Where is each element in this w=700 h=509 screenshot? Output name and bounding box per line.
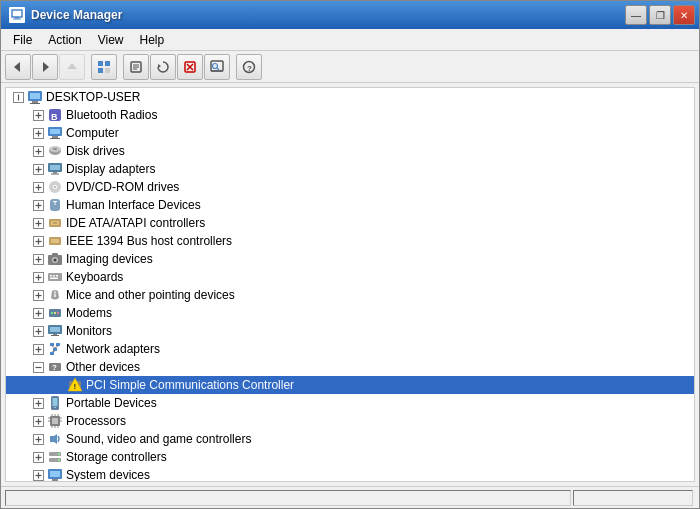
- computer-expand[interactable]: [30, 125, 46, 141]
- svg-rect-133: [53, 398, 58, 406]
- svg-rect-167: [50, 481, 60, 482]
- title-bar: Device Manager — ❐ ✕: [1, 1, 699, 29]
- processors-expand[interactable]: [30, 413, 46, 429]
- back-button[interactable]: [5, 54, 31, 80]
- hid-icon: [47, 197, 63, 213]
- forward-button[interactable]: [32, 54, 58, 80]
- menu-file[interactable]: File: [5, 31, 40, 49]
- tree-item-dvd[interactable]: DVD/CD-ROM drives: [6, 178, 694, 196]
- tree-item-other[interactable]: ? Other devices: [6, 358, 694, 376]
- svg-rect-90: [53, 275, 55, 277]
- monitors-expand[interactable]: [30, 323, 46, 339]
- svg-point-47: [53, 148, 57, 150]
- tree-item-system[interactable]: System devices: [6, 466, 694, 482]
- window-title: Device Manager: [31, 8, 122, 22]
- sound-icon: [47, 431, 63, 447]
- tree-item-ide[interactable]: IDE ATA/ATAPI controllers: [6, 214, 694, 232]
- tree-item-computer[interactable]: Computer: [6, 124, 694, 142]
- status-bar: [1, 486, 699, 508]
- svg-rect-28: [32, 101, 38, 103]
- ieee-label: IEEE 1394 Bus host controllers: [66, 234, 232, 248]
- tree-item-disk[interactable]: Disk drives: [6, 142, 694, 160]
- tree-item-monitors[interactable]: Monitors: [6, 322, 694, 340]
- tree-item-storage[interactable]: Storage controllers: [6, 448, 694, 466]
- scan-button[interactable]: [204, 54, 230, 80]
- properties-button[interactable]: [123, 54, 149, 80]
- ieee-icon: [47, 233, 63, 249]
- ieee-expand[interactable]: [30, 233, 46, 249]
- svg-rect-166: [52, 479, 58, 481]
- device-manager-window: Device Manager — ❐ ✕ File Action View He…: [0, 0, 700, 509]
- storage-icon: [47, 449, 63, 465]
- ide-expand[interactable]: [30, 215, 46, 231]
- imaging-expand[interactable]: [30, 251, 46, 267]
- tree-item-portable[interactable]: Portable Devices: [6, 394, 694, 412]
- disk-icon: [47, 143, 63, 159]
- close-button[interactable]: ✕: [673, 5, 695, 25]
- svg-line-119: [52, 346, 55, 348]
- computer-label: Computer: [66, 126, 119, 140]
- svg-marker-4: [43, 62, 49, 72]
- imaging-label: Imaging devices: [66, 252, 153, 266]
- processors-label: Processors: [66, 414, 126, 428]
- svg-point-97: [54, 295, 56, 297]
- tree-item-bluetooth[interactable]: B Bluetooth Radios: [6, 106, 694, 124]
- help-button[interactable]: ?: [236, 54, 262, 80]
- tree-item-modems[interactable]: Modems: [6, 304, 694, 322]
- menu-help[interactable]: Help: [132, 31, 173, 49]
- network-expand[interactable]: [30, 341, 46, 357]
- title-bar-left: Device Manager: [9, 7, 122, 23]
- up-button[interactable]: [59, 54, 85, 80]
- modems-icon: [47, 305, 63, 321]
- tree-root[interactable]: DESKTOP-USER: [6, 88, 694, 106]
- menu-view[interactable]: View: [90, 31, 132, 49]
- menu-action[interactable]: Action: [40, 31, 89, 49]
- root-expand[interactable]: [10, 89, 26, 105]
- tree-item-keyboards[interactable]: Keyboards: [6, 268, 694, 286]
- tree-item-hid[interactable]: Human Interface Devices: [6, 196, 694, 214]
- bluetooth-label: Bluetooth Radios: [66, 108, 157, 122]
- tree-item-imaging[interactable]: Imaging devices: [6, 250, 694, 268]
- mice-expand[interactable]: [30, 287, 46, 303]
- portable-expand[interactable]: [30, 395, 46, 411]
- device-tree[interactable]: DESKTOP-USER B Blue: [5, 87, 695, 482]
- system-expand[interactable]: [30, 467, 46, 482]
- tree-item-processors[interactable]: Processors: [6, 412, 694, 430]
- disk-expand[interactable]: [30, 143, 46, 159]
- tree-item-ieee[interactable]: IEEE 1394 Bus host controllers: [6, 232, 694, 250]
- svg-rect-52: [50, 165, 60, 170]
- svg-rect-2: [13, 19, 21, 20]
- tree-item-sound[interactable]: Sound, video and game controllers: [6, 430, 694, 448]
- storage-label: Storage controllers: [66, 450, 167, 464]
- tree-item-display[interactable]: Display adapters: [6, 160, 694, 178]
- svg-rect-40: [52, 136, 58, 138]
- svg-rect-115: [50, 343, 54, 346]
- show-hide-button[interactable]: [91, 54, 117, 80]
- display-expand[interactable]: [30, 161, 46, 177]
- storage-expand[interactable]: [30, 449, 46, 465]
- svg-rect-89: [50, 275, 52, 277]
- tree-item-pci[interactable]: ! PCI Simple Communications Controller: [6, 376, 694, 394]
- hid-expand[interactable]: [30, 197, 46, 213]
- svg-point-102: [51, 312, 53, 314]
- tree-item-network[interactable]: Network adapters: [6, 340, 694, 358]
- svg-rect-53: [53, 172, 57, 174]
- restore-button[interactable]: ❐: [649, 5, 671, 25]
- processors-icon: [47, 413, 63, 429]
- sound-expand[interactable]: [30, 431, 46, 447]
- keyboards-expand[interactable]: [30, 269, 46, 285]
- main-content: DESKTOP-USER B Blue: [1, 83, 699, 486]
- minimize-button[interactable]: —: [625, 5, 647, 25]
- uninstall-button[interactable]: [177, 54, 203, 80]
- bluetooth-expand[interactable]: [30, 107, 46, 123]
- svg-rect-88: [48, 273, 62, 281]
- modems-expand[interactable]: [30, 305, 46, 321]
- other-expand[interactable]: [30, 359, 46, 375]
- tree-item-mice[interactable]: Mice and other pointing devices: [6, 286, 694, 304]
- svg-rect-27: [30, 93, 40, 99]
- svg-rect-6: [98, 61, 103, 66]
- mice-label: Mice and other pointing devices: [66, 288, 235, 302]
- update-driver-button[interactable]: [150, 54, 176, 80]
- dvd-expand[interactable]: [30, 179, 46, 195]
- title-icon: [9, 7, 25, 23]
